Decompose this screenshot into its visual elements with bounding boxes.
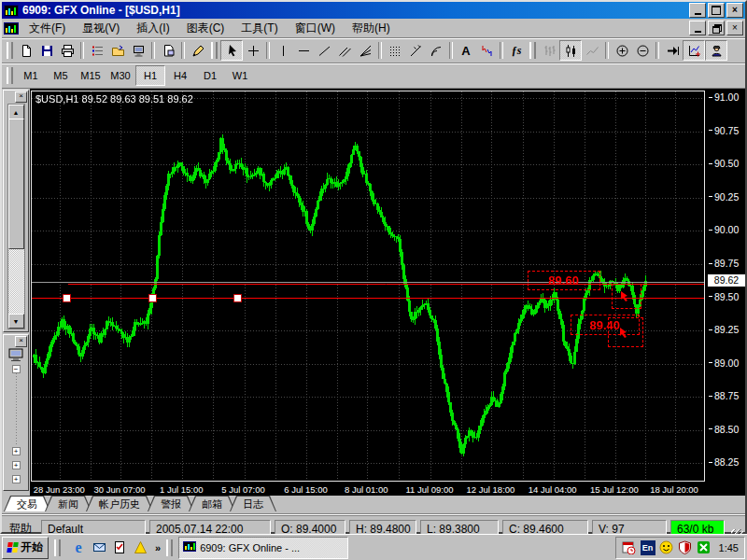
properties-icon[interactable] (158, 41, 178, 60)
x-tick-label: 15 Jul 12:00 (582, 484, 647, 495)
terminal-tabs: 交易新闻帐户历史警报邮箱日志 (2, 496, 745, 514)
current-price-box: 89.62 (708, 274, 745, 287)
cursor-icon[interactable] (220, 40, 243, 61)
tab-1[interactable]: 新闻 (45, 496, 92, 511)
title-bar[interactable]: 6909: GFX Online - [$USD,H1] × (2, 2, 745, 19)
tree-expand-icon[interactable]: + (12, 447, 21, 455)
schedule-icon[interactable] (622, 540, 637, 555)
toolbar-grip[interactable] (211, 42, 218, 59)
auto-scroll-icon[interactable] (662, 41, 683, 60)
tab-0[interactable]: 交易 (4, 496, 50, 511)
computer-icon[interactable] (7, 348, 24, 365)
timeframe-m1-button[interactable]: M1 (16, 65, 46, 86)
shield-icon[interactable] (678, 540, 693, 555)
toolbar-grip[interactable] (7, 42, 13, 59)
tab-2[interactable]: 帐户历史 (86, 496, 153, 511)
close-button[interactable]: × (726, 3, 743, 18)
y-tick-label: 88.25 (709, 456, 739, 468)
toolbar-grip[interactable] (529, 42, 536, 59)
window-title: 6909: GFX Online - [$USD,H1] (22, 4, 180, 17)
scroll-down-icon[interactable]: ▼ (8, 314, 24, 329)
antivirus-icon[interactable] (697, 540, 712, 555)
y-tick-label: 91.00 (709, 91, 739, 103)
menu-item-0[interactable]: 文件(F) (21, 20, 74, 36)
start-button[interactable]: 开始 (2, 537, 49, 559)
candlestick-chart[interactable] (32, 91, 704, 481)
vertical-line-icon[interactable] (273, 41, 293, 60)
menu-item-2[interactable]: 插入(I) (128, 20, 177, 36)
delta-icon[interactable] (132, 539, 148, 556)
menu-item-3[interactable]: 图表(C) (178, 20, 233, 36)
terminal-icon[interactable] (128, 41, 148, 60)
language-indicator[interactable]: En (641, 540, 655, 555)
tree-collapse-icon[interactable]: − (12, 365, 21, 373)
fibo-fan-icon[interactable] (355, 41, 375, 60)
timeframe-h1-button[interactable]: H1 (135, 65, 165, 86)
outlook-icon[interactable] (91, 539, 107, 556)
tab-4[interactable]: 邮箱 (189, 496, 235, 511)
minimize-button[interactable] (689, 3, 706, 18)
timeframe-h4-button[interactable]: H4 (165, 65, 195, 86)
ie-icon[interactable]: e (70, 539, 87, 556)
menu-item-4[interactable]: 工具(T) (233, 20, 286, 36)
new-chart-icon[interactable] (16, 41, 36, 60)
chart-plot[interactable]: $USD,H1 89.52 89.63 89.51 89.62 89.6089.… (31, 91, 705, 482)
timeframe-m30-button[interactable]: M30 (106, 65, 135, 86)
expert-advisor-icon[interactable] (705, 40, 727, 61)
menu-item-1[interactable]: 显视(V) (74, 20, 128, 36)
tree-expand-icon[interactable]: + (12, 475, 21, 483)
text-icon[interactable]: A (456, 41, 476, 60)
overflow-chevron-icon[interactable]: » (155, 542, 161, 553)
sell-arrow[interactable] (612, 284, 641, 309)
vertical-scrollbar[interactable]: ▲ ▼ (7, 104, 25, 329)
data-folder-icon[interactable] (107, 41, 128, 60)
close-icon[interactable]: × (15, 91, 27, 103)
scrollbar-thumb[interactable] (8, 119, 24, 249)
tab-3[interactable]: 警报 (148, 496, 194, 511)
child-close-button[interactable]: × (726, 21, 743, 35)
chart-document-icon[interactable] (4, 22, 19, 35)
y-tick-label: 90.50 (709, 158, 739, 169)
timeframe-d1-button[interactable]: D1 (195, 65, 225, 86)
crosshair-icon[interactable] (243, 41, 263, 60)
maximize-button[interactable] (708, 3, 725, 18)
smiley-icon[interactable] (659, 540, 674, 555)
timeframe-m5-button[interactable]: M5 (46, 65, 76, 86)
horizontal-line-icon[interactable] (293, 41, 314, 60)
market-watch-icon[interactable] (87, 41, 107, 60)
y-tick-label: 90.00 (709, 224, 739, 235)
timeframe-w1-button[interactable]: W1 (225, 65, 255, 86)
taskbar-window-button[interactable]: 6909: GFX Online - ... (178, 537, 348, 559)
indicators-icon[interactable] (683, 40, 705, 61)
arrow-objects-icon[interactable] (476, 41, 497, 60)
zoom-in-icon[interactable] (612, 41, 632, 60)
candlestick-chart-icon[interactable] (559, 40, 582, 61)
child-restore-button[interactable] (708, 21, 725, 35)
sell-arrow[interactable] (608, 317, 643, 347)
fibo-grid-icon[interactable] (385, 41, 405, 60)
edit-icon[interactable] (188, 41, 208, 60)
tree-expand-icon[interactable]: + (12, 461, 21, 469)
close-icon[interactable]: × (15, 336, 27, 347)
bar-chart-icon (539, 41, 559, 60)
price-level-label-0[interactable]: 89.60 (528, 271, 600, 290)
zoom-out-icon[interactable] (632, 41, 653, 60)
chart-region: $USD,H1 89.52 89.63 89.51 89.62 89.6089.… (30, 89, 745, 496)
toolbar-grip[interactable] (7, 67, 13, 84)
timeframe-m15-button[interactable]: M15 (76, 65, 106, 86)
pitchfork-icon[interactable] (405, 41, 426, 60)
save-icon[interactable] (36, 41, 57, 60)
notes-icon[interactable] (111, 539, 128, 556)
function-icon[interactable]: ƒs (506, 41, 527, 60)
channel-icon[interactable] (334, 41, 355, 60)
menu-item-6[interactable]: 帮助(H) (344, 20, 399, 36)
taskbar-grip[interactable] (166, 539, 173, 556)
menu-item-5[interactable]: 窗口(W) (287, 20, 344, 36)
child-minimize-button[interactable] (689, 21, 706, 35)
taskbar-grip[interactable] (54, 539, 61, 556)
print-icon[interactable] (57, 41, 78, 60)
scroll-up-icon[interactable]: ▲ (8, 105, 24, 119)
trendline-icon[interactable] (314, 41, 334, 60)
tab-5[interactable]: 日志 (230, 496, 276, 511)
fibo-arcs-icon[interactable] (426, 41, 446, 60)
